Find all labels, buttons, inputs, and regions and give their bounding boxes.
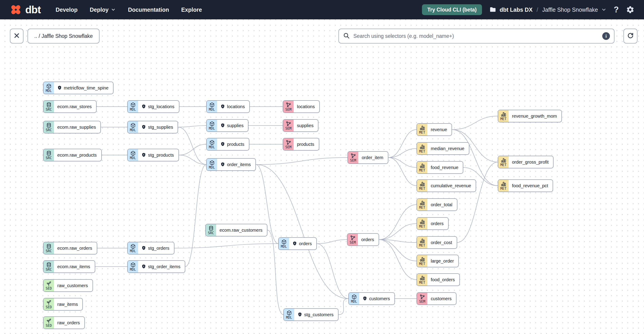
node-type-label: MET: [419, 150, 425, 153]
model-cube-icon: MDL: [44, 82, 54, 94]
node-type-label: MET: [419, 187, 425, 190]
node-label: raw_customers: [54, 280, 92, 291]
nav-item-deploy[interactable]: Deploy: [90, 6, 116, 13]
node-name: stg_locations: [148, 104, 174, 109]
help-icon[interactable]: ?: [614, 5, 619, 14]
node-order_items[interactable]: MDLorder_items: [206, 158, 256, 171]
node-raw_customers[interactable]: SEDraw_customers: [43, 279, 93, 292]
close-lineage-button[interactable]: [10, 29, 24, 43]
node-name: supplies: [297, 123, 314, 128]
gear-icon[interactable]: [626, 5, 634, 14]
node-label: revenue: [428, 124, 452, 136]
search-input[interactable]: [353, 33, 599, 39]
source-database-icon: SRC: [44, 101, 54, 113]
chevron-down-icon: [601, 7, 606, 12]
info-icon[interactable]: i: [602, 32, 610, 40]
node-orders_met[interactable]: METorders: [416, 217, 448, 230]
node-label: customers: [359, 293, 394, 305]
node-stg_order_items[interactable]: MDLstg_order_items: [127, 260, 185, 273]
metric-bars-icon: MET: [417, 124, 428, 136]
node-products_sem[interactable]: SEMproducts: [283, 138, 319, 151]
node-stg_locations[interactable]: MDLstg_locations: [127, 100, 180, 113]
node-metricflow_time_spine[interactable]: MDLmetricflow_time_spine: [43, 82, 114, 94]
node-ecom_raw_stores[interactable]: SRCecom.raw_stores: [43, 100, 96, 113]
node-ecom_raw_items[interactable]: SRCecom.raw_items: [43, 260, 95, 273]
metric-bars-icon: MET: [417, 218, 428, 229]
node-revenue[interactable]: METrevenue: [416, 123, 452, 136]
nav-item-documentation[interactable]: Documentation: [128, 6, 169, 13]
node-stg_products[interactable]: MDLstg_products: [127, 149, 179, 161]
node-type-label: MDL: [130, 157, 136, 160]
node-order_total[interactable]: METorder_total: [416, 198, 458, 211]
node-ecom_raw_products[interactable]: SRCecom.raw_products: [43, 149, 102, 161]
lineage-breadcrumb[interactable]: .. / Jaffle Shop Snowflake: [28, 29, 100, 43]
node-label: stg_customers: [294, 309, 338, 321]
metric-bars-icon: MET: [417, 162, 428, 173]
node-type-label: SED: [46, 324, 52, 328]
account-switcher[interactable]: dbt Labs DX / Jaffle Shop Snowflake: [489, 6, 606, 13]
node-label: raw_items: [54, 298, 82, 310]
node-stg_supplies[interactable]: MDLstg_supplies: [127, 121, 178, 133]
semantic-model-icon: SEM: [348, 234, 358, 245]
node-label: supplies: [294, 120, 318, 131]
node-name: customers: [431, 296, 452, 301]
node-supplies[interactable]: MDLsupplies: [206, 119, 248, 132]
node-large_order[interactable]: METlarge_order: [416, 255, 459, 267]
node-name: order_item: [362, 155, 384, 160]
node-food_orders[interactable]: METfood_orders: [416, 273, 460, 286]
node-label: orders: [428, 218, 448, 229]
node-order_gross_profit[interactable]: METorder_gross_profit: [498, 156, 554, 168]
try-cloud-cli-button[interactable]: Try Cloud CLI (beta): [422, 4, 482, 15]
model-cube-icon: MDL: [207, 138, 217, 150]
node-order_item_sem[interactable]: SEMorder_item: [348, 151, 388, 164]
node-ecom_raw_supplies[interactable]: SRCecom.raw_supplies: [43, 121, 101, 133]
node-median_revenue[interactable]: METmedian_revenue: [416, 142, 469, 155]
node-label: large_order: [428, 255, 458, 267]
node-order_cost[interactable]: METorder_cost: [416, 236, 457, 249]
node-name: stg_customers: [304, 312, 334, 317]
node-type-label: MDL: [209, 146, 215, 149]
selector-searchbar: i: [338, 29, 614, 43]
refresh-button[interactable]: [624, 29, 638, 43]
node-food_revenue[interactable]: METfood_revenue: [416, 161, 463, 174]
node-customers[interactable]: MDLcustomers: [348, 292, 395, 305]
node-customers_sem[interactable]: SEMcustomers: [416, 292, 456, 305]
node-orders[interactable]: MDLorders: [278, 237, 317, 250]
node-orders_sem[interactable]: SEMorders: [347, 233, 379, 246]
node-label: orders: [358, 234, 379, 245]
node-type-label: SEM: [285, 127, 291, 130]
node-name: orders: [361, 237, 374, 242]
node-stg_customers[interactable]: MDLstg_customers: [284, 308, 338, 321]
node-supplies_sem[interactable]: SEMsupplies: [283, 119, 318, 132]
node-ecom_raw_orders[interactable]: SRCecom.raw_orders: [43, 242, 97, 254]
shield-badge-icon: [142, 104, 146, 109]
node-ecom_raw_customers[interactable]: SRCecom.raw_customers: [205, 224, 268, 236]
node-label: order_gross_profit: [508, 156, 553, 168]
node-cumulative_revenue[interactable]: METcumulative_revenue: [416, 179, 476, 192]
nav-item-develop[interactable]: Develop: [56, 6, 78, 13]
source-database-icon: SRC: [44, 149, 54, 161]
node-products[interactable]: MDLproducts: [206, 138, 249, 151]
node-raw_orders[interactable]: SEDraw_orders: [43, 317, 85, 329]
metric-bars-icon: MET: [498, 110, 508, 122]
lineage-canvas[interactable]: [0, 19, 644, 334]
node-locations[interactable]: MDLlocations: [206, 100, 250, 113]
shield-badge-icon: [220, 104, 225, 109]
shield-badge-icon: [292, 241, 297, 246]
dbt-flame-x-icon: [10, 3, 22, 16]
node-name: stg_supplies: [148, 125, 173, 130]
node-locations_sem[interactable]: SEMlocations: [283, 100, 320, 113]
node-type-label: MET: [419, 262, 425, 266]
close-icon: [14, 32, 20, 40]
node-type-label: SEM: [350, 159, 356, 162]
source-database-icon: SRC: [44, 261, 54, 273]
dbt-logo[interactable]: dbt: [10, 3, 41, 16]
node-revenue_growth_mom[interactable]: METrevenue_growth_mom: [498, 110, 562, 122]
node-raw_items[interactable]: SEDraw_items: [43, 298, 83, 311]
nav-item-explore[interactable]: Explore: [181, 6, 202, 13]
source-database-icon: SRC: [206, 224, 216, 236]
semantic-model-icon: SEM: [283, 138, 294, 150]
node-stg_orders[interactable]: MDLstg_orders: [127, 242, 174, 254]
node-food_revenue_pct[interactable]: METfood_revenue_pct: [498, 179, 553, 192]
model-cube-icon: MDL: [128, 121, 138, 133]
